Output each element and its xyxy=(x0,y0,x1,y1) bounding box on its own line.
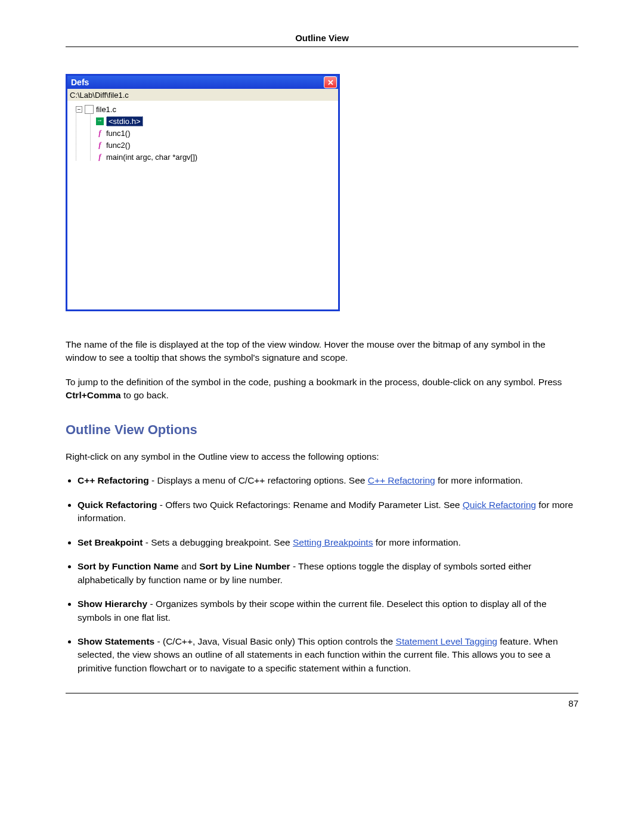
list-item: C++ Refactoring - Displays a menu of C/C… xyxy=(78,474,578,487)
tree-item-func[interactable]: f main(int argc, char *argv[]) xyxy=(96,151,338,163)
page-number: 87 xyxy=(66,698,578,708)
paragraph: To jump to the definition of the symbol … xyxy=(66,376,578,402)
list-item: Show Statements - (C/C++, Java, Visual B… xyxy=(78,635,578,675)
defs-window: Defs ✕ C:\Lab\Diff\file1.c − file1.c <st… xyxy=(66,74,340,311)
option-name: Sort by Function Name xyxy=(78,561,179,571)
defs-titlebar: Defs ✕ xyxy=(67,76,338,89)
defs-title: Defs xyxy=(71,78,89,87)
include-icon xyxy=(96,117,104,125)
body-text: The name of the file is displayed at the… xyxy=(66,338,578,675)
link-setting-breakpoints[interactable]: Setting Breakpoints xyxy=(293,537,373,547)
tree-item-include[interactable]: <stdio.h> xyxy=(96,115,338,127)
collapse-icon[interactable]: − xyxy=(76,106,82,113)
tree-item-func[interactable]: f func1() xyxy=(96,127,338,139)
text: To jump to the definition of the symbol … xyxy=(66,377,562,387)
defs-path-bar: C:\Lab\Diff\file1.c xyxy=(67,89,338,101)
function-icon: f xyxy=(96,129,104,137)
link-statement-level-tagging[interactable]: Statement Level Tagging xyxy=(396,636,497,646)
tree-root-row[interactable]: − file1.c xyxy=(76,103,338,115)
option-name: Set Breakpoint xyxy=(78,537,143,547)
link-quick-refactoring[interactable]: Quick Refactoring xyxy=(463,500,536,510)
paragraph: The name of the file is displayed at the… xyxy=(66,338,578,365)
text: for more information. xyxy=(435,475,523,485)
page-header-title: Outline View xyxy=(66,33,578,47)
tree-item-label: <stdio.h> xyxy=(106,116,143,126)
option-name: Sort by Line Number xyxy=(199,561,290,571)
text: - (C/C++, Java, Visual Basic only) This … xyxy=(154,636,395,646)
tree-root-label: file1.c xyxy=(96,105,116,114)
tree-item-label: func2() xyxy=(106,141,130,150)
text: - Sets a debugging breakpoint. See xyxy=(143,537,293,547)
option-name: Quick Refactoring xyxy=(78,500,157,510)
close-icon[interactable]: ✕ xyxy=(324,76,337,88)
link-cpp-refactoring[interactable]: C++ Refactoring xyxy=(368,475,435,485)
text: to go back. xyxy=(121,390,169,400)
paragraph: Right-click on any symbol in the Outline… xyxy=(66,450,578,463)
defs-path: C:\Lab\Diff\file1.c xyxy=(70,91,129,100)
section-heading: Outline View Options xyxy=(66,420,578,439)
tree-item-label: func1() xyxy=(106,129,130,138)
text: and xyxy=(179,561,199,571)
list-item: Quick Refactoring - Offers two Quick Ref… xyxy=(78,498,578,525)
option-name: Show Hierarchy xyxy=(78,599,147,609)
footer-divider xyxy=(66,693,578,693)
file-icon xyxy=(85,105,94,114)
keyboard-shortcut: Ctrl+Comma xyxy=(66,390,121,400)
list-item: Sort by Function Name and Sort by Line N… xyxy=(78,560,578,587)
tree-item-label: main(int argc, char *argv[]) xyxy=(106,153,197,162)
defs-tree: − file1.c <stdio.h> f func1() f func2() … xyxy=(67,101,338,309)
function-icon: f xyxy=(96,153,104,161)
options-list: C++ Refactoring - Displays a menu of C/C… xyxy=(66,474,578,675)
tree-item-func[interactable]: f func2() xyxy=(96,139,338,151)
function-icon: f xyxy=(96,141,104,149)
option-name: Show Statements xyxy=(78,636,154,646)
text: - Offers two Quick Refactorings: Rename … xyxy=(157,500,463,510)
text: - Organizes symbols by their scope withi… xyxy=(78,599,547,622)
option-name: C++ Refactoring xyxy=(78,475,149,485)
list-item: Set Breakpoint - Sets a debugging breakp… xyxy=(78,536,578,549)
list-item: Show Hierarchy - Organizes symbols by th… xyxy=(78,597,578,624)
text: for more information. xyxy=(373,537,460,547)
text: - Displays a menu of C/C++ refactoring o… xyxy=(149,475,368,485)
